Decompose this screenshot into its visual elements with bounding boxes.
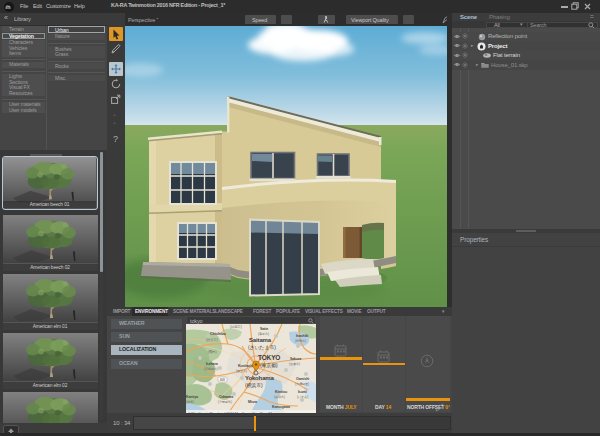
- svg-text:(君津市): (君津市): [274, 395, 285, 399]
- svg-text:(神奇): (神奇): [186, 400, 194, 404]
- svg-text:(国立市): (国立市): [236, 369, 247, 373]
- svg-text:(横浜市): (横浜市): [245, 382, 263, 389]
- svg-text:(日高市): (日高市): [230, 325, 242, 329]
- svg-text:Miura: Miura: [248, 400, 258, 404]
- svg-text:(いすみ): (いすみ): [297, 395, 308, 399]
- svg-text:(幸手市): (幸手市): [258, 332, 269, 336]
- svg-text:Isumi: Isumi: [298, 390, 307, 394]
- svg-text:(飛鳥): (飛鳥): [208, 350, 216, 354]
- svg-text:Isehara: Isehara: [206, 362, 219, 366]
- svg-text:Kunitachi: Kunitachi: [238, 364, 253, 368]
- svg-text:(さいたま市): (さいたま市): [248, 344, 276, 351]
- svg-text:468: 468: [220, 378, 226, 382]
- svg-text:Kamiya: Kamiya: [186, 395, 199, 399]
- svg-text:Oamishi: Oamishi: [296, 377, 309, 381]
- svg-text:Odawara: Odawara: [219, 395, 234, 399]
- svg-text:Kamogawa: Kamogawa: [272, 405, 291, 409]
- svg-text:(秋父市): (秋父市): [206, 338, 218, 342]
- svg-text:Kimitsu: Kimitsu: [275, 390, 287, 394]
- svg-text:Sakura: Sakura: [290, 357, 302, 361]
- svg-text:TOKYO: TOKYO: [258, 354, 280, 361]
- svg-text:(東京都): (東京都): [260, 362, 278, 369]
- svg-text:(佐倉市): (佐倉市): [289, 362, 300, 366]
- svg-text:Saitama: Saitama: [249, 337, 272, 343]
- svg-text:(大網白里): (大網白里): [295, 382, 309, 386]
- svg-text:Inashiki: Inashiki: [296, 334, 308, 338]
- svg-text:(稲敷市): (稲敷市): [295, 339, 306, 343]
- svg-text:(伊勢原市): (伊勢原市): [204, 367, 218, 371]
- svg-text:(小田原市): (小田原市): [218, 399, 232, 404]
- svg-text:Yokohama: Yokohama: [245, 375, 275, 381]
- svg-text:Satte: Satte: [260, 327, 268, 331]
- svg-text:Chichibu: Chichibu: [210, 331, 227, 336]
